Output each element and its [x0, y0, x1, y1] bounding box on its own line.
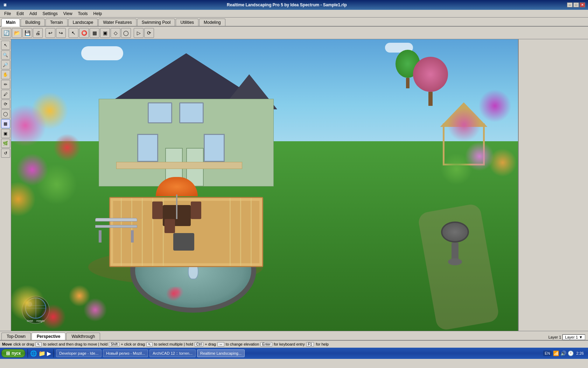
- start-label: пуск: [12, 351, 21, 356]
- taskbar-item-realtime[interactable]: Realtime Landscaping...: [197, 349, 245, 357]
- menu-help[interactable]: Help: [91, 11, 105, 17]
- sidebar-grid[interactable]: ▦: [1, 119, 10, 128]
- menu-add[interactable]: Add: [27, 11, 40, 17]
- tab-main[interactable]: Main: [1, 19, 20, 27]
- tab-terrain[interactable]: Terrain: [46, 19, 68, 26]
- view-tab-walkthrough[interactable]: Walkthrough: [66, 333, 100, 340]
- taskbar-item-mozilla[interactable]: Новый релиз - Mozil...: [103, 349, 148, 357]
- status-plus2: + drag: [205, 342, 216, 346]
- taskbar: ⊞ пуск 🌐 📁 ▶ Developer page - Ide... Нов…: [0, 348, 588, 359]
- status-move: Move: [2, 342, 12, 346]
- titlebar-controls: ─ □ ✕: [567, 2, 585, 7]
- tab-swimming-pool[interactable]: Swimming Pool: [137, 19, 175, 26]
- language-indicator: EN: [543, 350, 551, 356]
- sidebar-draw[interactable]: ✏: [1, 80, 10, 89]
- tab-landscape[interactable]: Landscape: [68, 19, 98, 26]
- toolbar-rotate[interactable]: ⟳: [144, 28, 154, 38]
- sidebar-circle[interactable]: ◯: [1, 109, 10, 118]
- scene-container: Orbit Height: [11, 39, 518, 331]
- left-sidebar: ↖ 🔍 🔎 ✋ ✏ 🖊 ⟳ ◯ ▦ ▣ 🌿 ↺: [0, 39, 11, 331]
- tray-clock-icon: 🕐: [568, 350, 574, 356]
- bbq-grill: [173, 233, 194, 251]
- patio-chair-3: [164, 219, 175, 233]
- status-instruction: click or drag: [13, 342, 34, 346]
- status-select-text: to select and then drag to move | hold: [43, 342, 107, 346]
- stone-fountain: [441, 222, 469, 257]
- taskbar-item-archicad[interactable]: ArchiCAD 12 :: torren...: [149, 349, 196, 357]
- quicklaunch-mediaplayer[interactable]: ▶: [47, 350, 51, 357]
- quicklaunch-folder[interactable]: 📁: [38, 350, 46, 357]
- toolbar-redo[interactable]: ↪: [56, 28, 66, 38]
- tray-volume: 🔊: [560, 350, 566, 356]
- flower-bed-left: [11, 81, 81, 229]
- status-elevation: to change elevation: [226, 342, 259, 346]
- garden-bench: [95, 218, 137, 243]
- menu-view[interactable]: View: [61, 11, 75, 17]
- toolbar: 🔄 📂 💾 🖨 ↩ ↪ ↖ ⭕ ▦ ▣ ◇ ◯ ▷ ⟳: [0, 27, 588, 39]
- toolbar-save[interactable]: 💾: [22, 28, 32, 38]
- main-area: ↖ 🔍 🔎 ✋ ✏ 🖊 ⟳ ◯ ▦ ▣ 🌿 ↺: [0, 39, 588, 331]
- menu-edit[interactable]: Edit: [14, 11, 27, 17]
- sidebar-refresh[interactable]: ↺: [1, 149, 10, 158]
- taskbar-item-developer[interactable]: Developer page - Ide...: [56, 349, 102, 357]
- toolbar-shape3[interactable]: ▣: [100, 28, 110, 38]
- system-clock: 2:26: [575, 351, 585, 355]
- tab-water-features[interactable]: Water Features: [98, 19, 136, 26]
- status-cursor-icon: ↖: [35, 342, 42, 347]
- enter-key-label: Enter: [260, 342, 272, 347]
- status-bar: Move click or drag ↖ to select and then …: [0, 340, 588, 348]
- toolbar-shape5[interactable]: ◯: [121, 28, 131, 38]
- aquatic-plants: [163, 287, 184, 301]
- tab-modeling[interactable]: Modeling: [199, 19, 225, 26]
- tray-network: 📶: [553, 350, 559, 356]
- sidebar-select[interactable]: ↖: [1, 41, 10, 50]
- layer-label: Layer 1: [548, 335, 561, 339]
- sidebar-rotate[interactable]: ⟳: [1, 100, 10, 109]
- start-button[interactable]: ⊞ пуск: [1, 349, 25, 357]
- toolbar-shape2[interactable]: ▦: [90, 28, 99, 38]
- sidebar-plant[interactable]: 🌿: [1, 139, 10, 148]
- tab-building[interactable]: Building: [21, 19, 45, 26]
- sidebar-zoom-out[interactable]: 🔎: [1, 60, 10, 69]
- menu-tools[interactable]: Tools: [75, 11, 91, 17]
- house: [88, 53, 284, 186]
- sidebar-pan[interactable]: ✋: [1, 70, 10, 79]
- flower-bed-right: [441, 74, 518, 200]
- maximize-button[interactable]: □: [573, 2, 579, 7]
- right-panel: [518, 39, 588, 331]
- menu-settings[interactable]: Settings: [40, 11, 60, 17]
- minimize-button[interactable]: ─: [567, 2, 573, 7]
- toolbar-open[interactable]: 📂: [12, 28, 22, 38]
- tab-utilities[interactable]: Utilities: [176, 19, 198, 26]
- toolbar-shape4[interactable]: ◇: [111, 28, 120, 38]
- ctrl-key-label: Ctrl: [195, 342, 204, 347]
- toolbar-select[interactable]: ↖: [69, 28, 78, 38]
- flower-bed-front-left: [11, 261, 116, 331]
- menu-file[interactable]: File: [1, 11, 14, 17]
- toolbar-shape1[interactable]: ⭕: [79, 28, 89, 38]
- shift-key-label: Shift: [109, 342, 119, 347]
- toolbar-play[interactable]: ▷: [134, 28, 144, 38]
- patio-umbrella: [156, 177, 198, 205]
- windows-logo: ⊞: [6, 350, 10, 356]
- view-tab-topdown[interactable]: Top-Down: [1, 333, 31, 340]
- patio-chair-1: [152, 202, 163, 219]
- toolbar-print[interactable]: 🖨: [33, 28, 43, 38]
- menu-bar: File Edit Add Settings View Tools Help: [0, 10, 588, 18]
- view-tab-perspective[interactable]: Perspective: [31, 333, 65, 340]
- status-keyboard-entry: for keyboard entry: [274, 342, 305, 346]
- toolbar-new[interactable]: 🔄: [1, 28, 11, 38]
- f1-key-label: F1: [306, 342, 314, 347]
- sidebar-rect[interactable]: ▣: [1, 129, 10, 138]
- system-tray: EN 📶 🔊 🕐 2:26: [543, 350, 587, 356]
- viewport[interactable]: Orbit Height: [11, 39, 518, 331]
- sidebar-zoom-in[interactable]: 🔍: [1, 50, 10, 60]
- quicklaunch-ie[interactable]: 🌐: [30, 350, 37, 357]
- sidebar-pen[interactable]: 🖊: [1, 90, 10, 99]
- drag-icon: ↔: [217, 342, 224, 347]
- toolbar-undo[interactable]: ↩: [46, 28, 55, 38]
- close-button[interactable]: ✕: [580, 2, 585, 7]
- layer-dropdown[interactable]: Layer 1 ▼: [562, 334, 585, 340]
- tab-bar: Main Building Terrain Landscape Water Fe…: [0, 18, 588, 27]
- status-for-help: for help: [316, 342, 329, 346]
